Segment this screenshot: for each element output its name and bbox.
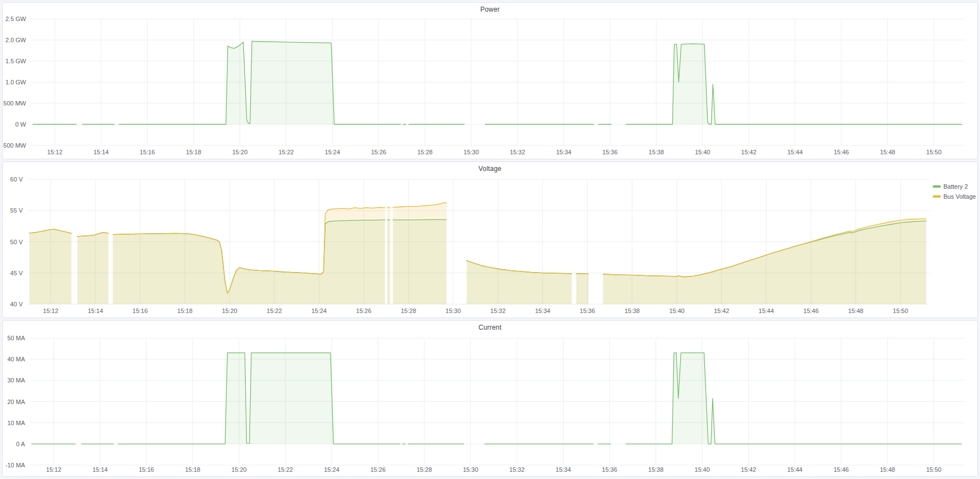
svg-text:500 MW: 500 MW	[3, 100, 27, 107]
svg-text:15:44: 15:44	[759, 307, 774, 314]
svg-text:15:26: 15:26	[371, 149, 387, 155]
svg-text:15:14: 15:14	[93, 149, 109, 155]
power-chart-canvas[interactable]: 15:1215:1415:1615:1815:2015:2215:2415:26…	[3, 16, 977, 159]
svg-text:15:32: 15:32	[510, 149, 525, 155]
panel-current: Current 15:1215:1415:1615:1815:2015:2215…	[2, 320, 978, 477]
legend-label-battery-2: Battery 2	[943, 183, 968, 190]
panel-voltage: Voltage 15:1215:1415:1615:1815:2015:2215…	[2, 162, 978, 318]
svg-text:15:48: 15:48	[848, 307, 864, 314]
svg-text:1.5 GW: 1.5 GW	[6, 58, 27, 64]
svg-text:15:32: 15:32	[490, 307, 506, 314]
svg-text:15:18: 15:18	[186, 149, 201, 155]
legend-label-bus-voltage: Bus Voltage	[943, 193, 976, 200]
svg-text:55 V: 55 V	[10, 207, 23, 214]
svg-text:15:36: 15:36	[580, 307, 595, 314]
svg-text:15:42: 15:42	[714, 307, 729, 314]
svg-text:15:44: 15:44	[787, 466, 803, 473]
svg-text:15:18: 15:18	[177, 307, 193, 314]
svg-text:15:30: 15:30	[463, 466, 479, 473]
panel-header-current[interactable]: Current	[3, 321, 977, 334]
panel-title-current: Current	[479, 324, 501, 331]
svg-text:15:14: 15:14	[88, 307, 103, 314]
svg-text:15:38: 15:38	[649, 149, 664, 155]
svg-text:15:42: 15:42	[741, 149, 756, 155]
svg-text:10 MA: 10 MA	[7, 420, 25, 426]
svg-text:0 W: 0 W	[15, 121, 26, 128]
svg-text:15:16: 15:16	[140, 149, 155, 155]
svg-text:1.0 GW: 1.0 GW	[6, 79, 27, 85]
svg-text:0 A: 0 A	[16, 441, 26, 447]
svg-text:50 MA: 50 MA	[7, 335, 25, 341]
svg-text:15:20: 15:20	[232, 149, 248, 155]
svg-text:15:24: 15:24	[325, 149, 341, 155]
voltage-legend: Battery 2 Bus Voltage	[933, 175, 977, 317]
svg-text:20 MA: 20 MA	[7, 399, 25, 405]
legend-item-bus-voltage[interactable]: Bus Voltage	[933, 192, 977, 200]
svg-text:15:16: 15:16	[139, 466, 154, 473]
svg-text:15:34: 15:34	[556, 149, 572, 155]
svg-text:15:22: 15:22	[278, 466, 293, 473]
panel-header-voltage[interactable]: Voltage	[3, 162, 977, 175]
panel-power: Power 15:1215:1415:1615:1815:2015:2215:2…	[2, 2, 978, 159]
svg-text:-500 MW: -500 MW	[3, 142, 27, 149]
svg-text:30 MA: 30 MA	[7, 377, 25, 384]
svg-text:15:46: 15:46	[834, 149, 849, 155]
svg-text:15:50: 15:50	[926, 466, 942, 473]
svg-text:15:12: 15:12	[43, 307, 59, 314]
svg-text:-10 MA: -10 MA	[6, 462, 26, 468]
svg-text:15:20: 15:20	[222, 307, 237, 314]
svg-text:15:24: 15:24	[324, 466, 339, 473]
svg-text:15:36: 15:36	[602, 466, 617, 473]
svg-text:15:50: 15:50	[926, 149, 942, 155]
svg-text:15:46: 15:46	[834, 466, 849, 473]
svg-text:15:18: 15:18	[185, 466, 201, 473]
svg-text:45 V: 45 V	[10, 270, 23, 276]
svg-text:15:40: 15:40	[694, 466, 710, 473]
svg-text:15:44: 15:44	[788, 149, 803, 155]
svg-text:40 V: 40 V	[10, 301, 23, 307]
svg-text:15:32: 15:32	[509, 466, 525, 473]
panel-header-power[interactable]: Power	[3, 3, 977, 16]
svg-text:15:14: 15:14	[93, 466, 108, 473]
svg-text:15:24: 15:24	[311, 307, 327, 314]
svg-text:15:48: 15:48	[880, 149, 896, 155]
battery-2-series-swatch-icon	[933, 185, 941, 188]
dashboard: Power 15:1215:1415:1615:1815:2015:2215:2…	[0, 0, 980, 479]
bus-voltage-series-swatch-icon	[933, 195, 941, 198]
svg-text:15:28: 15:28	[417, 149, 433, 155]
svg-text:15:34: 15:34	[535, 307, 551, 314]
svg-text:15:36: 15:36	[602, 149, 618, 155]
svg-text:15:50: 15:50	[893, 307, 908, 314]
svg-text:15:38: 15:38	[648, 466, 664, 473]
svg-text:40 MA: 40 MA	[7, 356, 25, 362]
legend-item-battery-2[interactable]: Battery 2	[933, 182, 977, 190]
svg-text:15:22: 15:22	[278, 149, 294, 155]
svg-text:15:28: 15:28	[417, 466, 432, 473]
svg-text:15:12: 15:12	[46, 466, 62, 473]
svg-text:15:28: 15:28	[401, 307, 417, 314]
voltage-chart-canvas[interactable]: 15:1215:1415:1615:1815:2015:2215:2415:26…	[3, 175, 933, 317]
svg-text:15:26: 15:26	[370, 466, 386, 473]
panel-title-voltage: Voltage	[479, 165, 501, 173]
svg-text:2.0 GW: 2.0 GW	[6, 37, 27, 43]
svg-text:15:22: 15:22	[267, 307, 282, 314]
svg-text:15:38: 15:38	[624, 307, 640, 314]
svg-text:15:12: 15:12	[47, 149, 63, 155]
svg-text:15:30: 15:30	[464, 149, 479, 155]
svg-text:15:30: 15:30	[445, 307, 461, 314]
svg-text:15:26: 15:26	[356, 307, 372, 314]
svg-text:15:48: 15:48	[880, 466, 895, 473]
svg-text:15:42: 15:42	[741, 466, 756, 473]
svg-text:15:40: 15:40	[669, 307, 685, 314]
svg-text:60 V: 60 V	[10, 176, 23, 183]
svg-text:50 V: 50 V	[10, 239, 23, 245]
panel-title-power: Power	[480, 6, 500, 13]
svg-text:15:16: 15:16	[133, 307, 148, 314]
current-chart-canvas[interactable]: 15:1215:1415:1615:1815:2015:2215:2415:26…	[3, 334, 977, 476]
svg-text:15:20: 15:20	[231, 466, 247, 473]
svg-text:15:46: 15:46	[804, 307, 819, 314]
svg-text:15:40: 15:40	[695, 149, 710, 155]
svg-text:2.5 GW: 2.5 GW	[6, 16, 27, 22]
svg-text:15:34: 15:34	[556, 466, 571, 473]
